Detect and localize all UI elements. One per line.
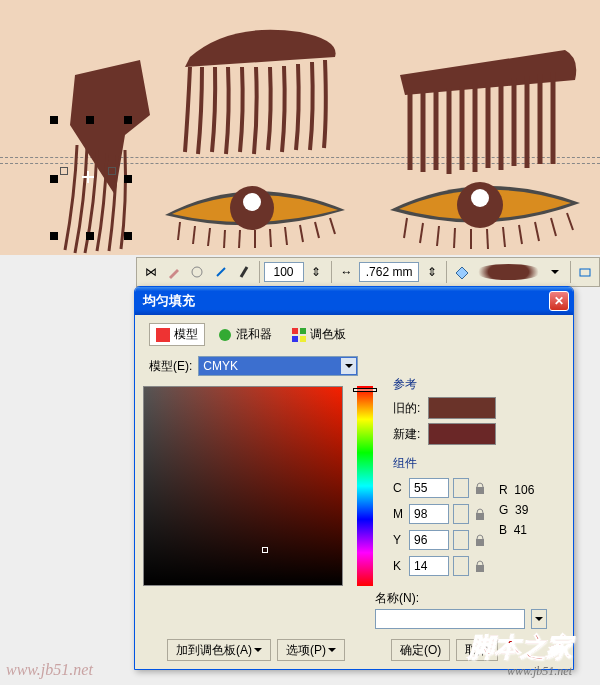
components-label: 组件 <box>393 455 565 472</box>
watermark: www.jb51.net <box>6 661 93 679</box>
spinner[interactable] <box>453 478 469 498</box>
name-label: 名称(N): <box>375 590 419 607</box>
tab-palette[interactable]: 调色板 <box>285 323 353 346</box>
c-input[interactable]: 55 <box>409 478 449 498</box>
svg-line-12 <box>330 218 335 234</box>
size-input[interactable] <box>264 262 304 282</box>
svg-line-15 <box>404 218 407 238</box>
selection-handle[interactable] <box>50 116 58 124</box>
svg-point-1 <box>243 193 261 211</box>
svg-rect-35 <box>476 513 484 520</box>
svg-rect-37 <box>476 565 484 572</box>
uniform-fill-dialog: 均匀填充 ✕ 模型 混和器 调色板 模型(E): CMYK <box>134 286 574 670</box>
saturation-value-picker[interactable] <box>143 386 343 586</box>
svg-line-4 <box>208 228 210 246</box>
anchor-point[interactable] <box>108 167 116 175</box>
bucket-btn[interactable] <box>451 261 472 283</box>
model-select[interactable]: CMYK <box>198 356 358 376</box>
watermark: 脚本之家 <box>468 630 572 665</box>
selection-handle[interactable] <box>86 116 94 124</box>
selected-hair-shape[interactable] <box>55 55 175 255</box>
svg-point-26 <box>192 267 202 277</box>
spinner[interactable]: ⇕ <box>421 261 442 283</box>
model-label: 模型(E): <box>149 358 192 375</box>
width-input[interactable] <box>359 262 419 282</box>
lock-icon[interactable] <box>473 481 487 495</box>
hair-shape-1 <box>160 12 360 162</box>
svg-line-3 <box>193 226 195 244</box>
svg-line-9 <box>285 227 287 245</box>
selection-handle[interactable] <box>124 116 132 124</box>
pen-btn[interactable] <box>210 261 231 283</box>
close-button[interactable]: ✕ <box>549 291 569 311</box>
old-swatch <box>428 397 496 419</box>
width-icon[interactable]: ↔ <box>336 261 357 283</box>
svg-line-16 <box>420 223 423 243</box>
svg-line-11 <box>315 222 319 238</box>
dropdown-arrow-icon <box>341 358 356 374</box>
name-dropdown[interactable] <box>531 609 547 629</box>
svg-line-18 <box>454 228 455 248</box>
svg-line-6 <box>239 230 240 248</box>
dialog-titlebar[interactable]: 均匀填充 ✕ <box>135 287 573 315</box>
svg-line-5 <box>224 230 225 248</box>
selection-handle[interactable] <box>124 175 132 183</box>
selection-handle[interactable] <box>86 232 94 240</box>
svg-line-25 <box>567 213 573 230</box>
lock-icon[interactable] <box>473 507 487 521</box>
svg-line-21 <box>503 227 505 247</box>
old-label: 旧的: <box>393 400 420 417</box>
tab-model[interactable]: 模型 <box>149 323 205 346</box>
brush-btn[interactable] <box>163 261 184 283</box>
name-input[interactable] <box>375 609 525 629</box>
m-input[interactable]: 98 <box>409 504 449 524</box>
property-bar: ⋈ ⇕ ↔ ⇕ <box>136 257 600 287</box>
more-btn[interactable] <box>575 261 596 283</box>
svg-rect-34 <box>476 487 484 494</box>
reference-label: 参考 <box>393 376 565 393</box>
svg-line-23 <box>535 222 539 241</box>
new-swatch <box>428 423 496 445</box>
lock-icon[interactable] <box>473 533 487 547</box>
hue-marker[interactable] <box>353 388 377 392</box>
svg-line-22 <box>519 225 522 244</box>
svg-line-20 <box>487 229 488 249</box>
watermark: www.jb51.net <box>507 664 572 679</box>
fill-tabs: 模型 混和器 调色板 <box>149 323 565 346</box>
spinner[interactable] <box>453 556 469 576</box>
y-input[interactable]: 96 <box>409 530 449 550</box>
stroke-preview[interactable] <box>475 264 543 280</box>
svg-line-17 <box>437 226 439 246</box>
eye-left <box>160 180 350 255</box>
svg-rect-27 <box>580 269 590 276</box>
dropdown-arrow[interactable] <box>544 261 565 283</box>
spinner[interactable]: ⇕ <box>306 261 327 283</box>
options-button[interactable]: 选项(P) <box>277 639 345 661</box>
svg-rect-30 <box>292 328 298 334</box>
ok-button[interactable]: 确定(O) <box>391 639 450 661</box>
svg-line-10 <box>300 225 303 242</box>
tab-mixer[interactable]: 混和器 <box>211 323 279 346</box>
tool-btn[interactable]: ⋈ <box>140 261 161 283</box>
calligraphy-btn[interactable] <box>233 261 254 283</box>
add-palette-button[interactable]: 加到调色板(A) <box>167 639 271 661</box>
drawing-canvas[interactable] <box>0 0 600 255</box>
selection-handle[interactable] <box>50 232 58 240</box>
svg-rect-28 <box>156 328 170 342</box>
spray-btn[interactable] <box>187 261 208 283</box>
selection-center[interactable] <box>82 171 94 183</box>
anchor-point[interactable] <box>60 167 68 175</box>
svg-line-2 <box>178 222 180 240</box>
k-input[interactable]: 14 <box>409 556 449 576</box>
lock-icon[interactable] <box>473 559 487 573</box>
selection-handle[interactable] <box>50 175 58 183</box>
selection-handle[interactable] <box>124 232 132 240</box>
svg-point-29 <box>219 329 231 341</box>
spinner[interactable] <box>453 504 469 524</box>
dialog-title: 均匀填充 <box>139 292 549 310</box>
svg-rect-32 <box>292 336 298 342</box>
sv-marker[interactable] <box>262 547 268 553</box>
hair-shape-2 <box>395 40 595 180</box>
spinner[interactable] <box>453 530 469 550</box>
hue-slider[interactable] <box>357 386 373 586</box>
